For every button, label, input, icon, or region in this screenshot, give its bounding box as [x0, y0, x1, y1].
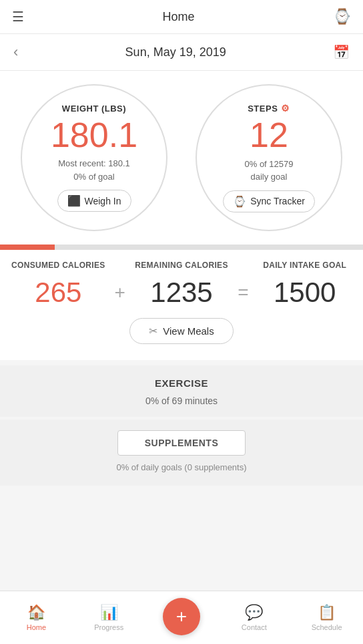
nav-item-add[interactable]: +: [145, 598, 218, 638]
calendar-icon[interactable]: 📅: [333, 44, 350, 60]
steps-gear-icon[interactable]: ⚙: [281, 103, 290, 114]
exercise-title: EXERCISE: [13, 377, 350, 389]
calories-headers: CONSUMED CALORIES REMAINING CALORIES DAI…: [0, 261, 363, 270]
plus-operator: +: [110, 282, 130, 303]
progress-icon: 📊: [100, 604, 118, 621]
date-back-button[interactable]: ‹: [13, 43, 18, 61]
steps-value: 12: [250, 116, 288, 154]
date-header: ‹ Sun, May 19, 2019 📅: [0, 34, 363, 71]
steps-sub: 0% of 12579 daily goal: [244, 158, 293, 184]
top-nav: ☰ Home ⌚: [0, 0, 363, 34]
watch-icon[interactable]: ⌚: [333, 8, 351, 25]
daily-value: 1500: [253, 277, 356, 309]
weight-label: WEIGHT (LBS): [62, 104, 126, 114]
exercise-sub: 0% of 69 minutes: [13, 395, 350, 406]
progress-bar-fill: [0, 245, 55, 250]
exercise-section: EXERCISE 0% of 69 minutes: [0, 365, 363, 417]
calories-row: 265 + 1235 = 1500: [0, 270, 363, 314]
steps-label: STEPS ⚙: [248, 103, 290, 114]
date-text: Sun, May 19, 2019: [125, 45, 226, 59]
page-title: Home: [162, 10, 194, 24]
bottom-nav: 🏠 Home 📊 Progress + 💬 Contact 📋 Schedule: [0, 591, 363, 644]
add-button[interactable]: +: [163, 598, 200, 635]
sync-tracker-button[interactable]: ⌚ Sync Tracker: [223, 190, 315, 212]
weight-value: 180.1: [51, 116, 137, 154]
daily-intake-label: DAILY INTAKE GOAL: [253, 261, 356, 270]
progress-bar: [0, 245, 363, 250]
progress-label: Progress: [94, 623, 123, 631]
weigh-in-button[interactable]: ⬛ Weigh In: [57, 190, 131, 212]
remaining-calories-label: REMAINING CALORIES: [130, 261, 234, 270]
utensils-icon: ✂: [149, 325, 157, 337]
weight-card: WEIGHT (LBS) 180.1 Most recent: 180.1 0%…: [21, 84, 167, 231]
contact-icon: 💬: [245, 604, 263, 621]
consumed-value: 265: [7, 277, 110, 309]
contact-label: Contact: [242, 623, 267, 631]
scale-icon: ⬛: [67, 194, 81, 207]
schedule-label: Schedule: [312, 623, 342, 631]
nav-item-schedule[interactable]: 📋 Schedule: [290, 604, 363, 631]
weight-sub: Most recent: 180.1 0% of goal: [58, 157, 130, 183]
watch-btn-icon: ⌚: [233, 195, 246, 208]
supplements-button[interactable]: SUPPLEMENTS: [117, 430, 246, 456]
consumed-calories-label: CONSUMED CALORIES: [7, 261, 110, 270]
steps-card: STEPS ⚙ 12 0% of 12579 daily goal ⌚ Sync…: [196, 84, 342, 231]
view-meals-button[interactable]: ✂ View Meals: [129, 318, 233, 344]
nav-item-progress[interactable]: 📊 Progress: [73, 604, 145, 631]
metrics-section: WEIGHT (LBS) 180.1 Most recent: 180.1 0%…: [0, 71, 363, 245]
home-icon: 🏠: [27, 604, 45, 621]
home-label: Home: [27, 623, 46, 631]
hamburger-icon[interactable]: ☰: [12, 9, 24, 25]
equals-operator: =: [233, 282, 253, 303]
supplements-section: SUPPLEMENTS 0% of daily goals (0 supplem…: [0, 420, 363, 486]
supplements-sub: 0% of daily goals (0 supplements): [116, 462, 246, 472]
calories-section: CONSUMED CALORIES REMAINING CALORIES DAI…: [0, 250, 363, 360]
nav-item-contact[interactable]: 💬 Contact: [218, 604, 290, 631]
schedule-icon: 📋: [318, 604, 336, 621]
remaining-value: 1235: [130, 277, 234, 309]
nav-item-home[interactable]: 🏠 Home: [0, 604, 73, 631]
